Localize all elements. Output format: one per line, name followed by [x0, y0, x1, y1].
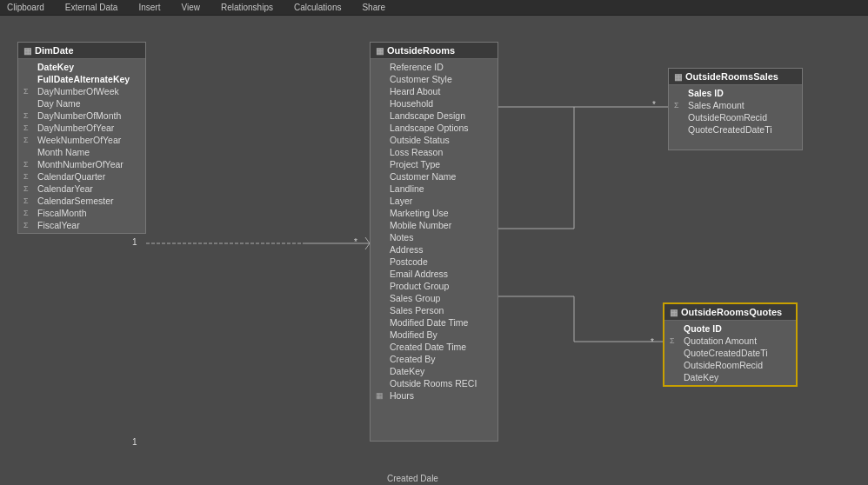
field-salesamount[interactable]: ΣSales Amount — [669, 99, 802, 111]
menu-insert[interactable]: Insert — [135, 3, 164, 12]
orq-title: OutsideRoomsQuotes — [681, 307, 782, 317]
field-icon-cy: Σ — [23, 184, 34, 193]
field-notes[interactable]: Notes — [371, 231, 497, 243]
field-quoteid[interactable]: Quote ID — [664, 322, 796, 335]
field-postcode[interactable]: Postcode — [371, 256, 497, 268]
field-projecttype[interactable]: Project Type — [371, 158, 497, 170]
field-icon-fm: Σ — [23, 209, 34, 217]
field-datekey[interactable]: DateKey — [18, 61, 145, 73]
field-lossreason[interactable]: Loss Reason — [371, 146, 497, 158]
field-productgroup[interactable]: Product Group — [371, 280, 497, 292]
field-modifiedby[interactable]: Modified By — [371, 329, 497, 341]
field-icon-wny: Σ — [23, 136, 34, 144]
field-monthnumyear[interactable]: ΣMonthNumberOfYear — [18, 158, 145, 170]
field-household[interactable]: Household — [371, 97, 497, 110]
field-calquarter[interactable]: ΣCalendarQuarter — [18, 170, 145, 183]
field-landscapedesign[interactable]: Landscape Design — [371, 110, 497, 122]
field-customername[interactable]: Customer Name — [371, 170, 497, 183]
dimdate-icon: ▦ — [23, 46, 31, 56]
table-outsideroomssales-header: ▦ OutsideRoomsSales — [669, 69, 802, 85]
table-outsiderooms[interactable]: ▦ OutsideRooms Reference ID Customer Sty… — [370, 42, 498, 442]
field-icon-mny: Σ — [23, 160, 34, 169]
status-text: Created Dale — [387, 474, 438, 483]
field-sales-extra[interactable] — [669, 136, 802, 148]
table-dimdate[interactable]: ▦ DimDate DateKey FullDateAlternateKey Σ… — [17, 42, 146, 234]
outsiderooms-title: OutsideRooms — [387, 45, 455, 56]
field-or-datekey[interactable]: DateKey — [371, 365, 497, 377]
ors-fields: Sales ID ΣSales Amount OutsideRoomRecid … — [669, 85, 802, 149]
label-dimdate-bottom: 1 — [132, 437, 137, 447]
field-icon-cs: Σ — [23, 196, 34, 205]
menubar: Clipboard External Data Insert View Rela… — [0, 0, 868, 16]
field-createddatetime[interactable]: Created Date Time — [371, 341, 497, 353]
field-fiscalmonth[interactable]: ΣFiscalMonth — [18, 207, 145, 219]
table-outsideroomsquotes-header: ▦ OutsideRoomsQuotes — [664, 304, 796, 321]
field-daynumyear[interactable]: ΣDayNumberOfYear — [18, 122, 145, 134]
menu-share[interactable]: Share — [358, 3, 389, 12]
field-outsideroomsreci[interactable]: Outside Rooms RECI — [371, 377, 497, 389]
ors-title: OutsideRoomsSales — [685, 71, 778, 82]
field-createdby[interactable]: Created By — [371, 353, 497, 365]
field-calsemester[interactable]: ΣCalendarSemester — [18, 195, 145, 207]
field-mobilenumber[interactable]: Mobile Number — [371, 219, 497, 231]
ors-icon: ▦ — [674, 72, 682, 82]
field-marketinguse[interactable]: Marketing Use — [371, 207, 497, 219]
label-dimdate-right: 1 — [132, 237, 137, 247]
menu-external-data[interactable]: External Data — [62, 3, 122, 12]
field-fiscalyear[interactable]: ΣFiscalYear — [18, 219, 145, 231]
label-sales-right: * — [652, 100, 656, 110]
field-landscapeoptions[interactable]: Landscape Options — [371, 122, 497, 134]
field-daynumweek[interactable]: ΣDayNumberOfWeek — [18, 85, 145, 97]
field-monthname[interactable]: Month Name — [18, 146, 145, 158]
field-icon-dnw: Σ — [23, 87, 34, 96]
field-fiscalsemester[interactable]: ΣFiscalSemester — [18, 231, 145, 233]
field-customerstyle[interactable]: Customer Style — [371, 73, 497, 85]
menu-view[interactable]: View — [177, 3, 204, 12]
table-outsiderooms-header: ▦ OutsideRooms — [371, 43, 497, 59]
field-quotecreateddate[interactable]: QuoteCreatedDateTi — [664, 347, 796, 359]
field-outsidestatus[interactable]: Outside Status — [371, 134, 497, 146]
dimdate-fields: DateKey FullDateAlternateKey ΣDayNumberO… — [18, 59, 145, 233]
orq-icon: ▦ — [670, 308, 678, 317]
field-calyear[interactable]: ΣCalendarYear — [18, 183, 145, 195]
field-layer[interactable]: Layer — [371, 195, 497, 207]
field-salesperson[interactable]: Sales Person — [371, 304, 497, 316]
field-quotecreateddate-sales[interactable]: QuoteCreatedDateTi — [669, 123, 802, 136]
field-salesgroup[interactable]: Sales Group — [371, 292, 497, 304]
field-outsideroomrecid[interactable]: OutsideRoomRecid — [669, 111, 802, 123]
menu-calculations[interactable]: Calculations — [290, 3, 344, 12]
field-weeknumyear[interactable]: ΣWeekNumberOfYear — [18, 134, 145, 146]
label-or-left: * — [354, 237, 357, 247]
table-outsideroomssales[interactable]: ▦ OutsideRoomsSales Sales ID ΣSales Amou… — [668, 68, 803, 150]
field-heardabout[interactable]: Heard About — [371, 85, 497, 97]
field-outsideroomrecid-q[interactable]: OutsideRoomRecid — [664, 359, 796, 371]
field-fulldatealternatekey[interactable]: FullDateAlternateKey — [18, 73, 145, 85]
outsiderooms-icon: ▦ — [376, 46, 384, 56]
field-referenceid[interactable]: Reference ID — [371, 61, 497, 73]
field-daynummonth[interactable]: ΣDayNumberOfMonth — [18, 110, 145, 122]
field-icon-dny: Σ — [23, 123, 34, 132]
field-icon-fy: Σ — [23, 221, 34, 229]
field-icon-cq: Σ — [23, 172, 34, 181]
canvas: 1 1 * 1 1 1 * * ▦ DimDate DateKey FullDa… — [0, 16, 868, 485]
field-quotationamount[interactable]: ΣQuotation Amount — [664, 335, 796, 347]
orq-fields: Quote ID ΣQuotation Amount QuoteCreatedD… — [664, 321, 796, 385]
menu-clipboard[interactable]: Clipboard — [3, 3, 48, 12]
dimdate-title: DimDate — [35, 45, 74, 56]
field-modifieddatetime[interactable]: Modified Date Time — [371, 316, 497, 329]
field-datekey-q[interactable]: DateKey — [664, 371, 796, 383]
field-dayname[interactable]: Day Name — [18, 97, 145, 110]
outsiderooms-fields: Reference ID Customer Style Heard About … — [371, 59, 497, 403]
table-outsideroomsquotes[interactable]: ▦ OutsideRoomsQuotes Quote ID ΣQuotation… — [663, 302, 798, 387]
field-landline[interactable]: Landline — [371, 183, 497, 195]
field-hours[interactable]: ▦Hours — [371, 389, 497, 402]
field-address[interactable]: Address — [371, 243, 497, 256]
field-emailaddress[interactable]: Email Address — [371, 268, 497, 280]
field-salesid[interactable]: Sales ID — [669, 87, 802, 99]
label-quotes-right: * — [651, 337, 654, 347]
menu-relationships[interactable]: Relationships — [217, 3, 277, 12]
table-dimdate-header: ▦ DimDate — [18, 43, 145, 59]
field-icon-dnm: Σ — [23, 111, 34, 120]
